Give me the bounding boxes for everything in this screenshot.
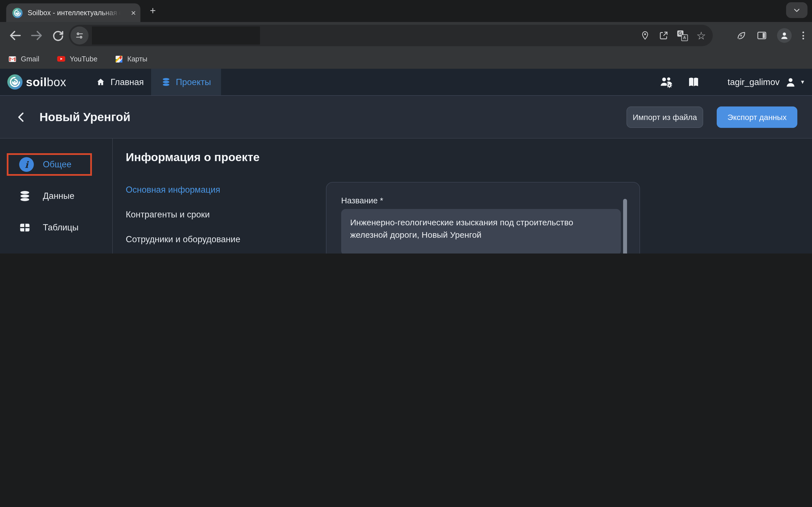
name-label: Название * [341, 196, 383, 205]
pie-chart-icon [17, 253, 32, 253]
sidebar-item-general[interactable]: i Общее [7, 153, 92, 176]
table-grid-icon [17, 221, 32, 234]
translate-icon[interactable]: G A [677, 30, 688, 41]
user-menu-caret-icon[interactable]: ▾ [801, 78, 804, 86]
project-info-card: Название * Инженерно-геологические изыск… [326, 182, 640, 253]
browser-tab[interactable]: Soilbox - интеллектуальная с × [6, 3, 140, 22]
bookmark-maps[interactable]: Карты [114, 54, 147, 63]
bookmarks-bar: Gmail YouTube Карты [0, 49, 812, 69]
battery-saver-leaf-icon[interactable] [735, 30, 747, 41]
import-from-file-button[interactable]: Импорт из файла [626, 107, 703, 128]
reload-icon[interactable] [51, 28, 65, 43]
project-sidebar: i Общее Данные Таблицы [0, 138, 113, 253]
nav-item-projects[interactable]: Проекты [151, 69, 221, 95]
database-icon [161, 77, 171, 87]
sidebar-item-board[interactable]: Доска [7, 248, 92, 253]
gmail-icon [8, 54, 17, 63]
url-redacted-area [92, 26, 260, 45]
tab-close-icon[interactable]: × [131, 8, 136, 17]
window-chevron-button[interactable] [786, 2, 808, 18]
maps-icon [114, 54, 123, 63]
info-icon: i [19, 157, 34, 172]
soilbox-spiral-icon [7, 74, 22, 90]
app-navbar: soilbox Главная Проекты [0, 69, 812, 95]
browser-tab-strip: Soilbox - интеллектуальная с × + [0, 0, 812, 22]
nav-item-home[interactable]: Главная [94, 69, 146, 95]
export-data-button[interactable]: Экспорт данных [717, 107, 797, 128]
soilbox-favicon-icon [12, 8, 22, 18]
team-management-icon[interactable] [659, 75, 674, 89]
address-bar[interactable]: G A ☆ [69, 25, 713, 46]
side-panel-icon[interactable] [756, 30, 767, 41]
subnav-contractors[interactable]: Контрагенты и сроки [126, 209, 210, 220]
database-icon [17, 190, 32, 202]
brand-wordmark: soilbox [26, 75, 66, 89]
youtube-icon [56, 54, 66, 64]
tab-title: Soilbox - интеллектуальная с [28, 9, 121, 17]
back-chevron-icon[interactable] [15, 110, 28, 124]
browser-toolbar: G A ☆ [0, 22, 812, 49]
new-tab-button[interactable]: + [147, 4, 159, 17]
docs-book-icon[interactable] [687, 75, 701, 89]
back-icon[interactable] [8, 28, 22, 43]
home-icon [96, 77, 105, 87]
bookmark-youtube[interactable]: YouTube [56, 54, 97, 64]
browser-window: Soilbox - интеллектуальная с × + [0, 0, 812, 253]
sidebar-item-tables[interactable]: Таблицы [7, 216, 92, 239]
user-avatar-icon[interactable] [784, 76, 797, 88]
location-pin-icon[interactable] [640, 31, 650, 41]
project-header: Новый Уренгой Импорт из файла Экспорт да… [0, 95, 812, 138]
open-in-new-icon[interactable] [659, 31, 669, 41]
username: tagir_galimov [728, 77, 779, 87]
name-textarea[interactable]: Инженерно-геологические изыскания под ст… [341, 209, 621, 253]
soilbox-logo[interactable]: soilbox [7, 74, 66, 90]
forward-icon[interactable] [29, 28, 44, 43]
subnav-main-info[interactable]: Основная информация [126, 184, 220, 195]
project-title: Новый Уренгой [40, 110, 131, 124]
card-scrollbar[interactable] [623, 199, 627, 253]
browser-menu-icon[interactable] [801, 31, 805, 41]
browser-profile-avatar[interactable] [777, 28, 792, 43]
page-title: Информация о проекте [126, 151, 260, 164]
tune-icon[interactable] [70, 26, 89, 45]
bookmark-gmail[interactable]: Gmail [8, 54, 39, 63]
subnav-staff-equipment[interactable]: Сотрудники и оборудование [126, 234, 240, 245]
sidebar-item-data[interactable]: Данные [7, 185, 92, 207]
bookmark-star-icon[interactable]: ☆ [696, 30, 706, 41]
project-content: Информация о проекте Основная информация… [113, 138, 812, 253]
